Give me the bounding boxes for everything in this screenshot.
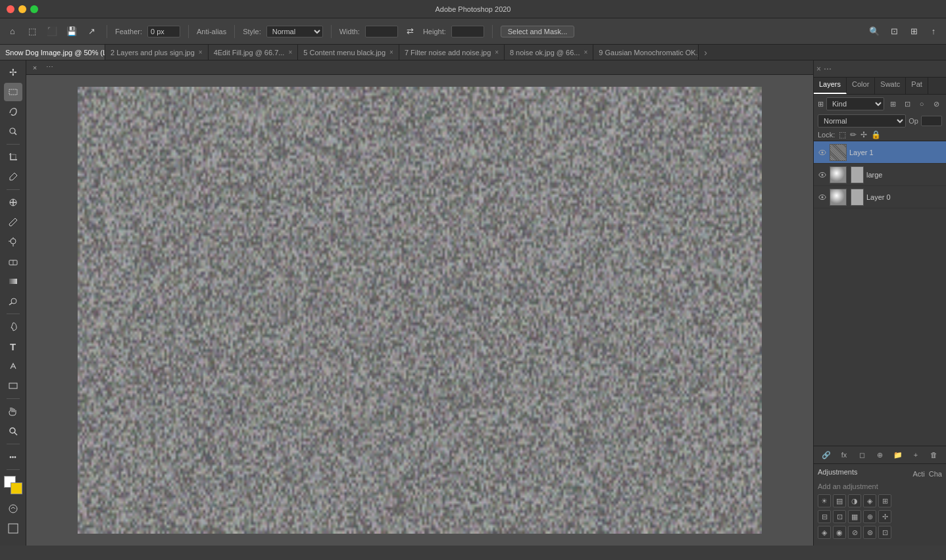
type-tool[interactable]: T: [4, 337, 22, 356]
screen-mode-btn[interactable]: [4, 519, 22, 538]
extras-tool[interactable]: •••: [4, 448, 22, 466]
home-icon[interactable]: ⌂: [5, 24, 20, 39]
brush-tool[interactable]: [4, 213, 22, 231]
adj-levels-btn[interactable]: ▤: [833, 494, 846, 507]
screen-mode-icon[interactable]: ⊡: [887, 24, 901, 39]
blend-mode-select[interactable]: Normal Multiply Screen Overlay: [818, 114, 906, 128]
new-group-btn[interactable]: 📁: [889, 449, 906, 461]
adj-bw-btn[interactable]: ▦: [848, 510, 861, 523]
adj-threshold-btn[interactable]: ◉: [833, 526, 846, 539]
tab-2[interactable]: 4Edit Fill.jpg @ 66.7... ×: [209, 45, 299, 60]
tab-1[interactable]: 2 Layers and plus sign.jpg ×: [105, 45, 209, 60]
dodge-tool[interactable]: [4, 292, 22, 310]
adj-colbal-btn[interactable]: ⊡: [833, 510, 846, 523]
lasso-tool[interactable]: [4, 103, 22, 121]
tab-close-4[interactable]: ×: [495, 49, 499, 56]
layer-eye-2[interactable]: [818, 193, 827, 202]
quick-mask-tool[interactable]: [4, 500, 22, 518]
share-icon[interactable]: ↗: [84, 24, 99, 39]
lock-move-icon[interactable]: ✢: [860, 130, 867, 139]
cha-tab[interactable]: Cha: [929, 470, 942, 478]
width-input[interactable]: [365, 26, 398, 37]
quick-select-tool[interactable]: [4, 122, 22, 141]
filter-icon[interactable]: ⊞: [887, 98, 899, 110]
tab-color[interactable]: Color: [847, 78, 875, 94]
filter2-icon[interactable]: ⊡: [901, 98, 913, 110]
lock-all-icon[interactable]: 🔒: [871, 130, 881, 139]
canvas-expand-icon[interactable]: ⋯: [43, 62, 55, 74]
zoom-tool[interactable]: [4, 422, 22, 440]
tab-0[interactable]: Snow Dog Image.jpg @ 50% (Layer 1, RGB/8…: [0, 45, 105, 60]
adj-brightness-btn[interactable]: ☀: [818, 494, 831, 507]
adj-exposure-btn[interactable]: ◈: [863, 494, 876, 507]
share2-icon[interactable]: ↑: [926, 24, 941, 39]
close-button[interactable]: [7, 5, 14, 13]
layer-item-0[interactable]: Layer 1: [814, 141, 946, 164]
maximize-button[interactable]: [30, 5, 38, 13]
tab-patterns[interactable]: Pat: [906, 78, 928, 94]
minimize-button[interactable]: [18, 5, 26, 13]
opacity-input[interactable]: [921, 116, 942, 126]
tab-close-1[interactable]: ×: [199, 49, 203, 56]
adj-curves-btn[interactable]: ◑: [848, 494, 861, 507]
filter3-icon[interactable]: ○: [916, 98, 928, 110]
adj-posterize-btn[interactable]: ◈: [818, 526, 831, 539]
kind-select[interactable]: Kind: [826, 97, 884, 110]
tab-6[interactable]: 9 Gausian Monochromatic OK.jpg ×: [593, 45, 699, 60]
layer-eye-1[interactable]: [818, 170, 827, 179]
gradient-tool[interactable]: [4, 272, 22, 291]
tab-close-5[interactable]: ×: [584, 49, 587, 56]
panel-expand-icon[interactable]: ⋯: [824, 64, 832, 74]
tab-layers[interactable]: Layers: [814, 78, 847, 94]
tab-3[interactable]: 5 Content menu black.jpg ×: [298, 45, 399, 60]
height-input[interactable]: [451, 26, 484, 37]
layer-fx-btn[interactable]: fx: [835, 449, 852, 461]
new-fill-btn[interactable]: ⊕: [872, 449, 888, 461]
adj-hsl-btn[interactable]: ⊟: [818, 510, 831, 523]
acti-tab[interactable]: Acti: [912, 470, 924, 478]
eraser-tool[interactable]: [4, 252, 22, 271]
layer-item-2[interactable]: Layer 0: [814, 186, 946, 208]
tab-more[interactable]: ›: [699, 45, 712, 60]
marquee-tool[interactable]: [4, 83, 22, 101]
tab-close-2[interactable]: ×: [288, 49, 292, 56]
hand-tool[interactable]: [4, 402, 22, 421]
new-from-clipboard-icon[interactable]: ⬛: [45, 24, 59, 39]
tab-4[interactable]: 7 Filter noise add noise.jpg ×: [399, 45, 505, 60]
new-layer-btn[interactable]: +: [907, 449, 924, 461]
pen-tool[interactable]: [4, 317, 22, 336]
lock-paint-icon[interactable]: ✏: [850, 130, 857, 139]
adj-photo-btn[interactable]: ⊕: [863, 510, 876, 523]
search-icon[interactable]: 🔍: [867, 24, 882, 39]
main-canvas[interactable]: [78, 87, 762, 534]
tab-5[interactable]: 8 noise ok.jpg @ 66... ×: [505, 45, 593, 60]
select-mask-button[interactable]: Select and Mask...: [501, 26, 575, 37]
tab-swatches[interactable]: Swatc: [875, 78, 906, 94]
foreground-color[interactable]: [11, 482, 22, 494]
save-icon[interactable]: 💾: [64, 24, 79, 39]
crop-tool[interactable]: [4, 148, 22, 166]
style-select[interactable]: Normal Fixed Ratio Fixed Size: [266, 26, 323, 37]
lock-pixels-icon[interactable]: ⬚: [839, 130, 846, 139]
adj-selective-btn[interactable]: ⊛: [863, 526, 876, 539]
color-swatches[interactable]: [4, 476, 22, 494]
tab-close-3[interactable]: ×: [389, 49, 393, 56]
rectangle-tool[interactable]: [4, 377, 22, 395]
canvas-close-icon[interactable]: ×: [29, 62, 41, 74]
layer-eye-0[interactable]: [818, 148, 827, 157]
layer-item-1[interactable]: large: [814, 164, 946, 186]
adj-invert-btn[interactable]: ⊡: [878, 526, 891, 539]
healing-tool[interactable]: [4, 193, 22, 212]
adj-vibrance-btn[interactable]: ⊞: [878, 494, 891, 507]
adj-mix-btn[interactable]: ✢: [878, 510, 891, 523]
panel-close-icon[interactable]: ×: [816, 64, 821, 74]
clone-tool[interactable]: [4, 233, 22, 251]
adj-gradient-map-btn[interactable]: ⊘: [848, 526, 861, 539]
add-mask-btn[interactable]: ◻: [854, 449, 870, 461]
marquee-options-icon[interactable]: ⬚: [25, 24, 39, 39]
arrange-icon[interactable]: ⊞: [907, 24, 921, 39]
swap-icon[interactable]: ⇄: [403, 24, 418, 39]
path-select-tool[interactable]: [4, 357, 22, 375]
move-tool[interactable]: ✢: [4, 63, 22, 82]
feather-input[interactable]: [147, 26, 180, 37]
